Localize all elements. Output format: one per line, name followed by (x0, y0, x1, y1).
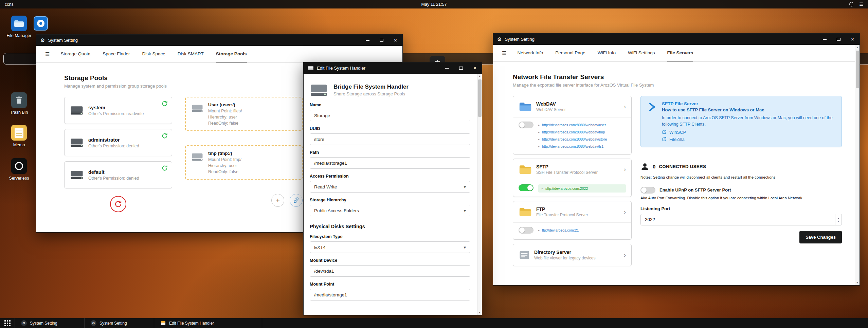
desktop-icon-trash-bin[interactable]: Trash Bin (5, 92, 33, 115)
directory-server-card[interactable]: Directory Server Web file viewer for leg… (513, 244, 632, 266)
webdav-link[interactable]: http://dev.arozos.com:8080/webdav/ls1 (542, 143, 603, 150)
window-scrollbar[interactable]: ▲ ▼ (855, 45, 860, 285)
mount-device-input[interactable] (310, 265, 470, 277)
maximize-button[interactable] (832, 34, 846, 45)
icon-label: Trash Bin (10, 110, 28, 115)
taskbar-item-system-setting-1[interactable]: ⚙ System Setting (15, 318, 85, 328)
window-titlebar[interactable]: ⚙ System Setting × (493, 34, 860, 45)
uuid-input[interactable] (310, 133, 470, 145)
taskbar-item-system-setting-2[interactable]: ⚙ System Setting (85, 318, 154, 328)
desktop-icon-disc[interactable] (33, 16, 49, 31)
tab-disk-space[interactable]: Disk Space (142, 46, 165, 62)
sync-pool-icon[interactable] (162, 165, 168, 171)
tab-storage-pools[interactable]: Storage Pools (216, 46, 247, 62)
path-input[interactable] (310, 157, 470, 169)
selected-value: Public Access Folders (314, 208, 359, 213)
scroll-down-icon[interactable]: ▼ (478, 310, 481, 315)
hostname-label: ccns (5, 2, 14, 7)
desktop-icon-serverless[interactable]: Serverless (5, 158, 33, 181)
webdav-server-card[interactable]: WebDAV WebDAV Server › ▸http://dev.arozo… (513, 96, 632, 154)
ftp-link[interactable]: ftp://dev.arozos.com:21 (542, 227, 579, 234)
sftp-server-card[interactable]: SFTP SSH File Transfer Protocol Server ›… (513, 159, 632, 197)
mounted-storage-card[interactable]: tmp (tmp:/) Mount Point: tmp/ Hierarchy:… (185, 145, 303, 180)
minimize-button[interactable] (361, 35, 375, 46)
scrollbar-thumb[interactable] (856, 51, 859, 88)
app-launcher-button[interactable] (0, 318, 15, 328)
storage-hierarchy-select[interactable]: Public Access Folders ▾ (310, 205, 470, 216)
tab-disk-smart[interactable]: Disk SMART (178, 46, 204, 62)
webdav-toggle[interactable] (519, 122, 534, 128)
hamburger-icon[interactable]: ☰ (45, 51, 50, 57)
grid-icon (4, 320, 11, 326)
desktop-icon-memo[interactable]: Memo (5, 125, 33, 148)
window-titlebar[interactable]: Edit File System Handler × (304, 62, 482, 74)
scrollbar-thumb[interactable] (478, 79, 482, 117)
topbar-menu-icon[interactable]: ☰ (859, 2, 863, 6)
connected-users-label: CONNECTED USERS (659, 164, 706, 169)
storage-pool-card[interactable]: default Other's Permission: denied (64, 161, 172, 188)
field-label: UUID (310, 126, 470, 131)
folder-icon (14, 19, 24, 28)
window-titlebar[interactable]: ⚙ System Setting × (36, 35, 402, 46)
refresh-pools-button[interactable] (110, 196, 126, 212)
filesystem-type-select[interactable]: EXT4 ▾ (310, 241, 470, 253)
tab-bar: ☰ Storage Quota Space Finder Disk Space … (36, 46, 402, 63)
mount-point-input[interactable] (310, 289, 470, 300)
close-button[interactable]: × (468, 62, 482, 74)
mounted-storage-list: User (user:/) Mount Point: files/ Hierar… (185, 97, 303, 212)
mounted-storage-card[interactable]: User (user:/) Mount Point: files/ Hierar… (185, 97, 303, 131)
maximize-button[interactable] (454, 62, 468, 74)
scroll-down-icon[interactable]: ▼ (856, 280, 859, 285)
taskbar-item-edit-file-system-handler[interactable]: Edit File System Handler (154, 318, 262, 328)
scroll-up-icon[interactable]: ▲ (856, 45, 859, 50)
scroll-up-icon[interactable]: ▲ (478, 74, 481, 79)
filezilla-link[interactable]: FileZilla (662, 137, 835, 142)
ftp-toggle[interactable] (519, 227, 534, 234)
chevron-right-icon[interactable]: › (624, 166, 626, 173)
stepper-up-icon[interactable]: ▲ (837, 217, 839, 219)
sftp-toggle[interactable] (519, 184, 534, 191)
storage-pool-card[interactable]: administrator Other's Permission: denied (64, 129, 172, 156)
edit-handler-form: Bridge File System Handler Share Storage… (304, 74, 482, 315)
minimize-button[interactable] (818, 34, 832, 45)
tab-space-finder[interactable]: Space Finder (103, 46, 130, 62)
desktop-icon-file-manager[interactable]: File Manager (5, 16, 33, 39)
webdav-link[interactable]: http://dev.arozos.com:8080/webdav/store (542, 136, 607, 143)
minimize-button[interactable] (440, 62, 454, 74)
access-permission-select[interactable]: Read Write ▾ (310, 181, 470, 193)
upnp-toggle[interactable] (640, 187, 655, 194)
tab-wifi-info[interactable]: WiFi Info (598, 45, 616, 61)
hamburger-icon[interactable]: ☰ (502, 50, 506, 56)
add-mount-button[interactable]: + (271, 194, 284, 207)
tab-network-info[interactable]: Network Info (517, 45, 543, 61)
webdav-link[interactable]: http://dev.arozos.com:8080/webdav/user (542, 122, 606, 129)
tab-wifi-settings[interactable]: WiFi Settings (628, 45, 655, 61)
listening-port-input[interactable] (640, 214, 842, 225)
storage-pool-card[interactable]: system Other's Permission: readwrite (64, 97, 172, 124)
close-button[interactable]: × (846, 34, 860, 45)
window-scrollbar[interactable]: ▲ ▼ (477, 74, 482, 315)
bridge-link-button[interactable] (290, 194, 303, 207)
ftp-server-card[interactable]: FTP File Transfer Protocol Server › ▸ftp… (513, 201, 632, 240)
winscp-link[interactable]: WinSCP (662, 130, 835, 135)
number-stepper[interactable]: ▲ ▼ (835, 214, 842, 225)
sync-pool-icon[interactable] (162, 133, 168, 139)
connected-users-count: 0 (653, 164, 655, 169)
save-changes-button[interactable]: Save Changes (799, 231, 842, 243)
chevron-right-icon[interactable]: › (624, 252, 626, 259)
close-button[interactable]: × (388, 35, 402, 46)
chevron-right-icon[interactable]: › (624, 208, 626, 216)
webdav-link[interactable]: http://dev.arozos.com:8080/webdav/tmp (542, 129, 605, 136)
maximize-button[interactable] (375, 35, 388, 46)
name-input[interactable] (310, 110, 470, 121)
tab-personal-page[interactable]: Personal Page (555, 45, 585, 61)
server-desc: WebDAV Server (536, 107, 566, 112)
stepper-down-icon[interactable]: ▼ (837, 220, 839, 222)
sync-pool-icon[interactable] (162, 101, 168, 107)
sftp-link[interactable]: sftp://dev.arozos.com:2022 (545, 186, 588, 190)
drive-icon (70, 105, 84, 116)
icon-label: Serverless (9, 176, 29, 181)
chevron-right-icon[interactable]: › (624, 103, 626, 110)
tab-file-servers[interactable]: File Servers (667, 45, 693, 61)
tab-storage-quota[interactable]: Storage Quota (60, 46, 90, 62)
